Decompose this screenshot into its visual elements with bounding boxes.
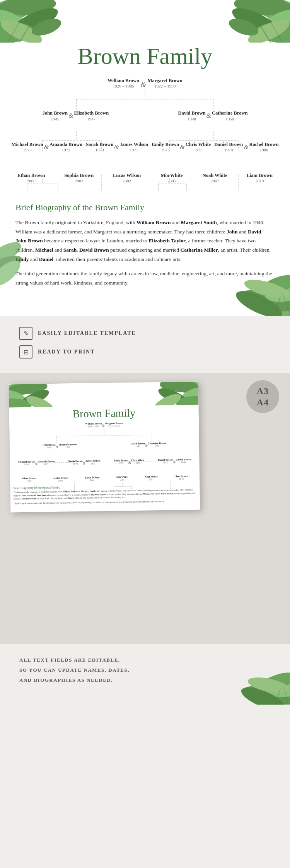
person-amanda: Amanda Brown 1972 bbox=[49, 141, 82, 152]
main-family-title: Brown Family bbox=[0, 45, 290, 68]
svg-point-78 bbox=[253, 289, 290, 316]
person-emily: Emily Brown 1975 bbox=[152, 141, 179, 152]
part1-tree-doc: Brown Family William Brown 1920 – 1985 &… bbox=[0, 0, 290, 316]
svg-point-124 bbox=[241, 683, 290, 705]
bio-title: Brief Biography of the Brown Family bbox=[15, 202, 275, 213]
mini-elizabeth: Elizabeth Brown 1947 bbox=[58, 443, 77, 449]
mini-daniel: Daniel Brown 1978 bbox=[158, 458, 173, 464]
mini-ethan: Ethan Brown 2000 bbox=[22, 477, 36, 483]
gen0-couple: William Brown 1920 – 1985 & Margaret Bro… bbox=[107, 77, 183, 88]
mini-lucas: Lucas Wilson 2002 bbox=[85, 476, 100, 482]
person-elizabeth: Elizabeth Brown 1947 bbox=[74, 110, 109, 121]
person-ethan: Ethan Brown 2000 bbox=[17, 172, 45, 183]
gen1-amp1: & bbox=[68, 110, 73, 119]
svg-point-81 bbox=[233, 286, 285, 316]
gen2-amp1: & bbox=[44, 141, 49, 151]
mini-sophia: Sophia Brown 2003 bbox=[53, 477, 68, 482]
gen2-amp4: & bbox=[244, 141, 248, 151]
gen1-couple-john-elizabeth: John Brown 1945 & Elizabeth Brown 1947 bbox=[43, 110, 109, 121]
svg-point-123 bbox=[254, 684, 290, 705]
edit-icon: ✎ bbox=[24, 330, 29, 337]
gen2-amp3: & bbox=[180, 141, 184, 151]
mini-emily: Emily Brown 1975 bbox=[114, 459, 128, 465]
mini-james: James Wilson 1971 bbox=[85, 460, 100, 465]
feature-editable: ✎ EASILY EDITABLE TEMPLATE bbox=[19, 327, 271, 340]
bottom-text: ALL TEXT FIELDS ARE EDITABLE, SO YOU CAN… bbox=[19, 655, 271, 685]
gen0-row: William Brown 1920 – 1985 & Margaret Bro… bbox=[8, 77, 282, 88]
person-mia: Mia White 2005 bbox=[160, 172, 183, 183]
svg-line-130 bbox=[284, 687, 288, 705]
feature-editable-label: EASILY EDITABLE TEMPLATE bbox=[38, 330, 136, 336]
mini-liam: Liam Brown 2010 bbox=[174, 475, 188, 480]
gen2-couple-michael-amanda: Michael Brown 1970 & Amanda Brown 1972 bbox=[12, 141, 82, 152]
print-icon-box: ⊟ bbox=[19, 345, 32, 359]
svg-line-129 bbox=[275, 689, 280, 705]
mini-family-title: Brown Family bbox=[9, 406, 199, 421]
mini-deco-top bbox=[9, 382, 199, 408]
mini-mia: Mia White 2005 bbox=[116, 476, 128, 482]
svg-line-85 bbox=[282, 293, 290, 316]
svg-point-79 bbox=[239, 286, 290, 316]
svg-point-126 bbox=[239, 683, 287, 705]
mini-chris: Chris White 1973 bbox=[131, 459, 144, 465]
person-john: John Brown 1945 bbox=[43, 110, 68, 121]
person-liam: Liam Brown 2010 bbox=[247, 172, 273, 183]
features-section: ✎ EASILY EDITABLE TEMPLATE ⊟ READY TO PR… bbox=[0, 316, 290, 373]
person-michael: Michael Brown 1970 bbox=[12, 141, 43, 152]
person-sarah: Sarah Brown 1973 bbox=[86, 141, 113, 152]
bio-para2: The third generation continues the famil… bbox=[15, 269, 275, 287]
gen0-amp: & bbox=[140, 77, 147, 88]
gen2-couple-daniel-rachel: Daniel Brown 1978 & Rachel Brown 1980 bbox=[214, 141, 278, 152]
person-margaret: Margaret Brown 1922 – 1990 bbox=[148, 77, 183, 88]
gen2-couple-sarah-james: Sarah Brown 1973 & James Wilson 1971 bbox=[86, 141, 148, 152]
gen2-amp2: & bbox=[114, 141, 119, 151]
person-catherine: Catherine Brown 1950 bbox=[212, 110, 247, 121]
mini-john: John Brown 1945 bbox=[43, 443, 56, 449]
gen1-amp2: & bbox=[206, 110, 211, 119]
gen1-couple-david-catherine: David Brown 1948 & Catherine Brown 1950 bbox=[178, 110, 247, 121]
gen2-row: Michael Brown 1970 & Amanda Brown 1972 S… bbox=[8, 141, 282, 152]
mini-rachel: Rachel Brown 1980 bbox=[176, 458, 191, 464]
mini-noah: Noah White 2007 bbox=[145, 475, 157, 481]
family-tree-container: William Brown 1920 – 1985 & Margaret Bro… bbox=[8, 77, 282, 191]
person-noah: Noah White 2007 bbox=[203, 172, 227, 183]
preview-document: Brown Family William Brown 1920 – 1985 &… bbox=[9, 382, 200, 513]
mini-michael: Michael Brown 1970 bbox=[18, 460, 35, 466]
person-david: David Brown 1948 bbox=[178, 110, 205, 121]
biography-section: Brief Biography of the Brown Family The … bbox=[0, 191, 290, 316]
mini-margaret: Margaret Brown 1922 – 1990 bbox=[105, 422, 123, 428]
top-leaves-decoration bbox=[0, 0, 290, 43]
bottom-section: ALL TEXT FIELDS ARE EDITABLE, SO YOU CAN… bbox=[0, 644, 290, 705]
person-james-wilson: James Wilson 1971 bbox=[120, 141, 148, 152]
mini-catherine: Catherine Brown 1950 bbox=[148, 442, 166, 448]
mini-william: William Brown 1920 – 1985 bbox=[85, 422, 102, 428]
print-icon: ⊟ bbox=[24, 348, 29, 356]
person-rachel: Rachel Brown 1980 bbox=[249, 141, 279, 152]
feature-print: ⊟ READY TO PRINT bbox=[19, 345, 271, 359]
a3a4-badge: A3 A4 bbox=[246, 380, 279, 413]
page-wrap: Brown Family William Brown 1920 – 1985 &… bbox=[0, 0, 290, 705]
person-lucas: Lucas Wilson 2002 bbox=[113, 172, 141, 183]
mini-sarah: Sarah Brown 1973 bbox=[68, 460, 83, 465]
gen1-row: John Brown 1945 & Elizabeth Brown 1947 D… bbox=[8, 110, 282, 121]
person-william: William Brown 1920 – 1985 bbox=[107, 77, 139, 88]
gen3-row: Ethan Brown 2000 Sophia Brown 2003 Lucas… bbox=[8, 172, 282, 191]
mini-david: David Brown 1948 bbox=[130, 442, 145, 448]
gen2-couple-emily-chris: Emily Brown 1975 & Chris White 1973 bbox=[152, 141, 211, 152]
edit-icon-box: ✎ bbox=[19, 327, 32, 340]
preview-section: A3 A4 bbox=[0, 373, 290, 644]
mini-amanda: Amanda Brown 1972 bbox=[38, 460, 55, 466]
svg-line-84 bbox=[275, 297, 280, 316]
person-chris: Chris White 1973 bbox=[186, 141, 211, 152]
bio-para1: The Brown family originated in Yorkshire… bbox=[15, 218, 275, 264]
person-daniel: Daniel Brown 1978 bbox=[214, 141, 243, 152]
person-sophia: Sophia Brown 2003 bbox=[64, 172, 94, 183]
feature-print-label: READY TO PRINT bbox=[38, 349, 95, 355]
